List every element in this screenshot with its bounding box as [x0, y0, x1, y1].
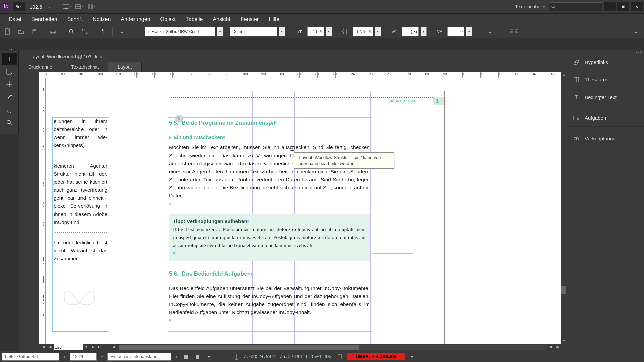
chevron-down-icon[interactable]: ▾ [99, 354, 105, 359]
spellcheck-icon[interactable]: ᴬᴮ✓ [79, 26, 91, 37]
status-leading-mode[interactable]: Einfacher Zeilenabstand [107, 353, 171, 361]
kerning-icon: VA [388, 26, 400, 37]
menu-objekt[interactable]: Objekt [156, 14, 180, 24]
eyedropper-tool[interactable] [2, 91, 17, 103]
panel-thesaurus[interactable]: Thesaurus [567, 71, 644, 88]
status-font-field[interactable]: Letter Gothic Std [2, 353, 59, 361]
tab-druckfahne[interactable]: Druckfahne [19, 62, 62, 72]
panel-links[interactable]: Verknüpfungen [567, 130, 644, 147]
scroll-left-icon[interactable]: ◀ [111, 345, 117, 350]
depth-ruler-icon[interactable] [232, 353, 241, 361]
menu-schrift[interactable]: Schrift [63, 14, 87, 24]
font-size-input[interactable] [307, 27, 324, 36]
type-tool[interactable]: T [2, 53, 17, 65]
prev-page-button[interactable]: ◀ [47, 345, 53, 350]
overset-port[interactable] [373, 253, 413, 259]
text-frame-main-content: 5.5. Beide Programe im Zusammenspil¶ ▸Ei… [169, 119, 370, 324]
minimize-button[interactable]: — [604, 2, 616, 11]
panel-assignments[interactable]: Aufgaben [567, 109, 644, 127]
h-scroll-track[interactable] [119, 345, 547, 350]
font-family-dropdown-icon[interactable]: ▾ [217, 27, 223, 36]
view-options-icon[interactable]: ▾ [74, 2, 85, 11]
page-number-field[interactable]: 123 [54, 344, 83, 350]
menu-hilfe[interactable]: Hilfe [264, 14, 284, 24]
hand-tool[interactable] [2, 104, 17, 116]
chevron-down-icon[interactable]: ▾ [62, 354, 67, 359]
status-flyout-icon[interactable]: ≡ [408, 353, 417, 361]
first-page-button[interactable]: ⏮ [40, 345, 46, 350]
scroll-right-icon[interactable]: ▶ [549, 345, 555, 350]
menu-notizen[interactable]: Notizen [88, 14, 115, 24]
find-icon[interactable] [66, 26, 77, 37]
chevron-down-icon[interactable]: ▾ [174, 354, 179, 359]
maximize-button[interactable]: ▣ [617, 2, 629, 11]
kerning-input[interactable] [402, 27, 419, 36]
panel-conditional-text[interactable]: TBedingter Text [567, 88, 644, 106]
next-page-button[interactable]: ▶ [90, 345, 96, 350]
copyfit-menu-icon[interactable] [335, 353, 344, 361]
new-doc-icon[interactable] [2, 26, 13, 37]
open-icon[interactable] [15, 26, 27, 37]
title-bar: Ic Br▾ ▾ ▾ ▾ Texteingabe▾ — ▣ ✕ [0, 0, 644, 13]
svg-rect-36 [196, 355, 199, 359]
font-style-field[interactable]: Demi [230, 27, 277, 36]
font-size-dropdown-icon[interactable]: ▾ [326, 27, 332, 36]
save-icon[interactable] [29, 26, 40, 37]
bridge-button[interactable]: Br▾ [13, 2, 25, 11]
leading-input[interactable] [353, 27, 373, 36]
last-page-button[interactable]: ⏭ [97, 345, 103, 350]
vertical-scrollbar[interactable]: ▲ ▼ [561, 72, 567, 344]
scroll-thumb[interactable] [561, 286, 566, 294]
page-dropdown-icon[interactable]: ▾ [83, 345, 89, 350]
vertical-ruler[interactable]: 102030405060708090100110120130 [39, 78, 46, 344]
panel-collapse-icon[interactable]: ▸▸ ≡ [567, 50, 644, 54]
document-tab[interactable]: Layout_Workflow.indd @ 103 %× [25, 52, 107, 62]
print-icon[interactable] [47, 26, 59, 37]
tracking-input[interactable] [447, 27, 464, 36]
overset-indicator[interactable]: ÜBER: ~ 4 ZEILEN [347, 353, 405, 360]
control-flyout-icon[interactable]: ≡ [631, 26, 642, 37]
close-icon[interactable]: × [99, 54, 102, 59]
view-mode-tabs: Druckfahne Textabschnitt Layout [19, 62, 567, 72]
flyout-icon[interactable]: ≡ [205, 353, 213, 361]
hidden-chars-icon[interactable]: ¶ [98, 26, 109, 37]
align-left-icon[interactable]: ≡ [484, 26, 496, 37]
menu-datei[interactable]: Datei [4, 14, 26, 24]
split-view-icon[interactable]: ▥ [555, 345, 561, 350]
arrange-icon[interactable]: ▾ [86, 2, 97, 11]
horizontal-ruler[interactable]: 7080901001101201301401501601701801902002… [46, 72, 560, 78]
note-tool[interactable] [2, 66, 17, 78]
menu-tabelle[interactable]: Tabelle [181, 14, 208, 24]
menu-aenderungen[interactable]: Änderungen [116, 14, 155, 24]
position-tool[interactable] [2, 78, 17, 90]
menu-bearbeiten[interactable]: Bearbeiten [26, 14, 62, 24]
workspace-switcher[interactable]: Texteingabe▾ [515, 4, 545, 9]
panel-menu-icon[interactable]: ≡ [116, 26, 127, 37]
zoom-tool[interactable] [2, 117, 17, 129]
scroll-up-icon[interactable]: ▲ [561, 72, 567, 78]
font-family-field[interactable]: ƬFranklinGothic URW Cond [145, 27, 215, 36]
zoom-level-input[interactable] [30, 4, 48, 10]
font-style-dropdown-icon[interactable]: ▾ [279, 27, 285, 36]
menu-fenster[interactable]: Fenster [236, 14, 263, 24]
columns-icon[interactable] [182, 353, 191, 361]
zoom-dropdown-icon[interactable] [49, 4, 51, 9]
horizontal-scrollbar[interactable]: ⏮ ◀ 123 ▾ ▶ ⏭ ◀ ▶ ▥ [39, 344, 561, 351]
leading-dropdown-icon[interactable]: ▾ [375, 27, 381, 36]
tab-textabschnitt[interactable]: Textabschnitt [62, 62, 109, 72]
kerning-dropdown-icon[interactable]: ▾ [421, 27, 427, 36]
status-bar: Letter Gothic Std▾ 12 Pt▾ Einfacher Zeil… [0, 351, 644, 362]
screen-mode-icon[interactable]: ▾ [62, 2, 72, 11]
tracking-dropdown-icon[interactable]: ▾ [466, 27, 472, 36]
align-opts-icon[interactable] [510, 26, 521, 37]
h-scroll-thumb[interactable] [119, 345, 359, 350]
help-search[interactable] [549, 2, 602, 11]
status-size-field[interactable]: 12 Pt [70, 353, 97, 361]
panel-hyperlinks[interactable]: Hyperlinks [567, 54, 644, 71]
single-column-icon[interactable] [193, 353, 202, 361]
close-button[interactable]: ✕ [631, 2, 643, 11]
scroll-down-icon[interactable]: ▼ [561, 338, 567, 344]
menu-ansicht[interactable]: Ansicht [208, 14, 235, 24]
tab-layout[interactable]: Layout [108, 62, 142, 72]
canvas[interactable]: 7080901001101201301401501601701801902002… [39, 72, 567, 344]
